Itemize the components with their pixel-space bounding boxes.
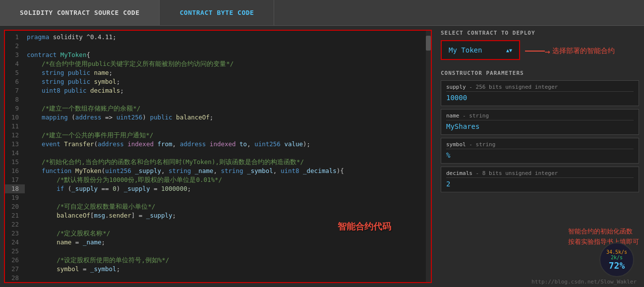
param-name: supply [446, 84, 466, 90]
tab-source-label: SOLIDITY CONTRACT SOURCE CODE [20, 9, 139, 16]
arrow-icon: → [545, 46, 550, 57]
tabs-bar: SOLIDITY CONTRACT SOURCE CODE CONTRACT B… [0, 0, 644, 26]
param-label: supply - 256 bits unsigned integer [441, 81, 639, 91]
line-number: 10 [5, 113, 25, 122]
code-line: 13 event Transfer(address indexed from, … [5, 140, 431, 149]
code-line: 15 /*初始化合约,当合约内的函数名和合约名相同时(MyToken),则该函数… [5, 158, 431, 167]
line-content: uint8 public decimals; [25, 86, 431, 95]
line-number: 28 [5, 274, 25, 282]
line-number: 18 [5, 184, 25, 193]
line-content: /*可自定义股权数量和最小单位*/ [25, 202, 431, 211]
annotation-line2: 按着实验指导书上填即可 [568, 238, 639, 245]
constructor-section: CONSTRUCTOR PARAMETERS supply - 256 bits… [441, 70, 639, 192]
line-number: 1 [5, 33, 25, 42]
line-content [25, 149, 431, 158]
line-content: string public symbol; [25, 77, 431, 86]
param-label: symbol - string [441, 138, 639, 149]
line-number: 23 [5, 229, 25, 238]
code-line: 2 [5, 42, 431, 51]
line-content [25, 95, 431, 104]
code-line: 19 [5, 193, 431, 202]
param-value[interactable]: 10000 [441, 92, 639, 106]
line-number: 4 [5, 59, 25, 68]
code-line: 5 string public name; [5, 68, 431, 77]
line-content: symbol = _symbol; [25, 265, 431, 274]
line-number: 3 [5, 51, 25, 59]
code-line: 8 [5, 95, 431, 104]
param-desc: - string [460, 113, 489, 119]
line-content: if (_supply == 0) _supply = 1000000; [25, 184, 431, 193]
param-label: name - string [441, 110, 639, 120]
param-desc: - 8 bits unsigned integer [472, 170, 558, 176]
line-number: 19 [5, 193, 25, 202]
line-number: 21 [5, 211, 25, 220]
code-line: 18 if (_supply == 0) _supply = 1000000; [5, 184, 431, 193]
line-number: 25 [5, 247, 25, 256]
param-value[interactable]: % [441, 149, 639, 163]
param-value[interactable]: MyShares [441, 120, 639, 134]
code-line: 9 /*建立一个数组存储账户的余额*/ [5, 104, 431, 113]
bottom-url: http://blog.csdn.net/Slow_Wakler [531, 279, 637, 285]
line-number: 17 [5, 175, 25, 184]
line-number: 12 [5, 131, 25, 140]
param-desc: - 256 bits unsigned integer [466, 84, 558, 90]
line-number: 9 [5, 104, 25, 113]
line-number: 6 [5, 77, 25, 86]
line-content: /*初始化合约,当合约内的函数名和合约名相同时(MyToken),则该函数是合约… [25, 158, 431, 167]
param-field: supply - 256 bits unsigned integer10000 [441, 80, 639, 106]
code-scroll[interactable]: 1pragma solidity ^0.4.11;2 3contract MyT… [5, 31, 431, 282]
param-name: name [446, 113, 460, 119]
line-number: 15 [5, 158, 25, 167]
code-line: 7 uint8 public decimals; [5, 86, 431, 95]
code-line: 28 [5, 274, 431, 282]
line-content: balanceOf[msg.sender] = _supply; [25, 211, 431, 220]
code-annotation: 智能合约代码 [338, 221, 391, 232]
code-line: 11 [5, 122, 431, 131]
speed-widget: 34.5k/s 2k/s 72% [599, 242, 634, 277]
param-field: name - stringMyShares [441, 109, 639, 135]
line-content [25, 42, 431, 51]
params-container: supply - 256 bits unsigned integer10000n… [441, 80, 639, 192]
code-line: 26 /*设定股权所使用的单位符号,例如%*/ [5, 256, 431, 265]
select-contract-label: SELECT CONTRACT TO DEPLOY [441, 30, 639, 36]
param-name: decimals [446, 170, 472, 176]
line-number: 26 [5, 256, 25, 265]
constructor-label: CONSTRUCTOR PARAMETERS [441, 70, 639, 76]
line-content: function MyToken(uint256 _supply, string… [25, 167, 431, 175]
scroll-thumb [426, 36, 431, 51]
param-field: symbol - string% [441, 138, 639, 164]
line-number: 7 [5, 86, 25, 95]
code-panel: 1pragma solidity ^0.4.11;2 3contract MyT… [4, 30, 432, 283]
line-number: 24 [5, 238, 25, 247]
param-label: decimals - 8 bits unsigned integer [441, 167, 639, 177]
line-content [25, 247, 431, 256]
code-line: 3contract MyToken{ [5, 51, 431, 59]
line-content [25, 193, 431, 202]
line-number: 20 [5, 202, 25, 211]
tab-bytecode[interactable]: CONTRACT BYTE CODE [160, 0, 274, 25]
param-value[interactable]: 2 [441, 178, 639, 192]
line-content: string public name; [25, 68, 431, 77]
annotation-init-function: 智能合约的初始化函数 按着实验指导书上填即可 [568, 227, 639, 247]
line-number: 13 [5, 140, 25, 149]
line-number: 8 [5, 95, 25, 104]
line-number: 2 [5, 42, 25, 51]
scroll-indicator [426, 31, 431, 282]
line-content: name = _name; [25, 238, 431, 247]
tab-source[interactable]: SOLIDITY CONTRACT SOURCE CODE [0, 0, 160, 25]
contract-select[interactable]: My Token ▲▼ [441, 40, 520, 60]
line-content: event Transfer(address indexed from, add… [25, 140, 431, 149]
line-content: mapping (address => uint256) public bala… [25, 113, 431, 122]
param-name: symbol [446, 141, 466, 148]
code-line: 1pragma solidity ^0.4.11; [5, 33, 431, 42]
line-number: 11 [5, 122, 25, 131]
code-line: 14 [5, 149, 431, 158]
line-content: pragma solidity ^0.4.11; [25, 33, 431, 42]
chevron-down-icon: ▲▼ [506, 48, 512, 53]
param-desc: - string [466, 141, 496, 148]
code-line: 25 [5, 247, 431, 256]
code-line: 12 /*建立一个公共的事件用于用户通知*/ [5, 131, 431, 140]
main-content: 1pragma solidity ^0.4.11;2 3contract MyT… [0, 26, 644, 287]
line-content: /*设定股权所使用的单位符号,例如%*/ [25, 256, 431, 265]
param-field: decimals - 8 bits unsigned integer2 [441, 167, 639, 192]
